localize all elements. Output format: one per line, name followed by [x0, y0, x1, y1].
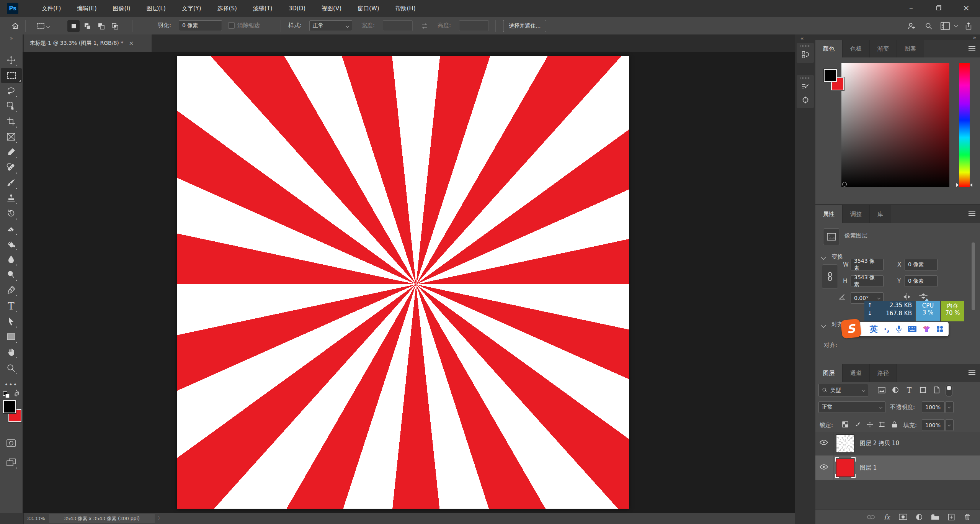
sogou-logo[interactable]: S: [841, 319, 862, 339]
layer-name[interactable]: 图层 1: [860, 464, 877, 472]
ime-language-toggle[interactable]: 英: [870, 324, 878, 334]
hue-marker-left[interactable]: [956, 183, 959, 187]
rail-expand-icon[interactable]: »: [0, 35, 23, 41]
zoom-level[interactable]: 33.33%: [27, 516, 45, 521]
layer-row-layer1-selected[interactable]: 图层 1: [815, 455, 980, 480]
ime-keyboard-icon[interactable]: [908, 326, 916, 332]
export-share-icon[interactable]: [963, 21, 974, 31]
fill-input[interactable]: 100%: [922, 419, 945, 431]
eyedropper-tool[interactable]: [4, 145, 18, 159]
tab-gradients[interactable]: 渐变: [870, 40, 897, 57]
rectangular-marquee-tool[interactable]: [1, 68, 22, 83]
menu-filter[interactable]: 滤镜(T): [245, 0, 281, 17]
lock-artboard-icon[interactable]: [877, 419, 887, 429]
zoom-tool[interactable]: [4, 361, 18, 375]
dock-collapse-left-icon[interactable]: «: [800, 35, 804, 41]
panel-grip[interactable]: [800, 45, 810, 47]
status-chevron-icon[interactable]: 〉: [158, 515, 163, 522]
select-and-mask-button[interactable]: 选择并遮住...: [503, 20, 546, 32]
menu-layer[interactable]: 图层(L): [139, 0, 174, 17]
layer-thumbnail-red[interactable]: [836, 458, 854, 477]
blur-tool[interactable]: [4, 252, 18, 267]
swap-dimensions-icon[interactable]: [419, 21, 430, 31]
workspace-chevron-icon[interactable]: [954, 24, 958, 28]
selection-mode-add[interactable]: [81, 20, 93, 32]
properties-scrollbar[interactable]: [972, 242, 975, 310]
pasteboard[interactable]: [23, 52, 795, 513]
new-layer-icon[interactable]: [943, 510, 959, 524]
filter-type-layers-icon[interactable]: T: [904, 385, 914, 395]
y-value-input[interactable]: 0 像素: [905, 275, 938, 287]
swap-colors-icon[interactable]: [14, 391, 20, 397]
layer-name[interactable]: 图层 2 拷贝 10: [860, 440, 899, 447]
brush-settings-panel-icon[interactable]: [797, 80, 814, 93]
frame-tool[interactable]: [4, 129, 18, 144]
document-tab[interactable]: 未标题-1 @ 33.3% (图层 1, RGB/8) * ×: [24, 34, 152, 52]
search-icon[interactable]: [923, 21, 934, 31]
close-button[interactable]: ×: [952, 0, 980, 15]
align-section-chevron-icon[interactable]: [821, 323, 826, 328]
hue-slider[interactable]: [959, 63, 970, 187]
filter-toggle[interactable]: [946, 385, 952, 397]
tab-libraries[interactable]: 库: [870, 205, 891, 223]
paint-bucket-tool[interactable]: [4, 237, 18, 251]
height-input[interactable]: [459, 20, 489, 31]
saturation-brightness-field[interactable]: [841, 63, 949, 187]
transform-section-chevron-icon[interactable]: [821, 254, 826, 260]
opacity-dropdown-icon[interactable]: [945, 401, 954, 413]
ime-toolbox-icon[interactable]: [936, 326, 943, 332]
layers-empty-area[interactable]: [815, 480, 980, 509]
restore-button[interactable]: [925, 0, 952, 15]
add-layer-mask-icon[interactable]: [895, 510, 911, 524]
menu-help[interactable]: 帮助(H): [387, 0, 424, 17]
ime-punctuation-toggle[interactable]: ·,: [884, 324, 890, 334]
filter-smart-objects-icon[interactable]: [932, 385, 942, 395]
edit-toolbar-ellipsis[interactable]: •••: [4, 377, 18, 392]
selection-mode-subtract[interactable]: [95, 20, 107, 32]
panel-foreground-swatch[interactable]: [824, 69, 837, 82]
path-selection-tool[interactable]: [4, 314, 18, 329]
tab-close-icon[interactable]: ×: [129, 39, 134, 47]
selection-mode-new[interactable]: [67, 20, 80, 32]
new-adjustment-layer-icon[interactable]: [911, 510, 927, 524]
color-field-marker[interactable]: [842, 182, 847, 187]
filter-adjustment-layers-icon[interactable]: [890, 385, 900, 395]
rectangle-tool[interactable]: [4, 329, 18, 344]
crop-tool[interactable]: [4, 114, 18, 129]
move-tool[interactable]: [4, 53, 18, 67]
panel-menu-icon[interactable]: [969, 46, 975, 51]
lock-transparency-icon[interactable]: [841, 419, 850, 429]
constrain-link-icon[interactable]: [822, 264, 838, 289]
menu-type[interactable]: 文字(Y): [174, 0, 209, 17]
minimize-button[interactable]: –: [897, 0, 925, 15]
hand-tool[interactable]: [4, 345, 18, 359]
link-layers-icon[interactable]: [863, 510, 879, 524]
lasso-tool[interactable]: [4, 84, 18, 98]
tab-layers[interactable]: 图层: [815, 364, 843, 382]
layer-style-fx-icon[interactable]: fx: [879, 510, 895, 524]
menu-edit[interactable]: 编辑(E): [69, 0, 105, 17]
lock-pixels-icon[interactable]: [853, 419, 862, 429]
tab-patterns[interactable]: 图案: [897, 40, 924, 57]
filter-shape-layers-icon[interactable]: [918, 385, 928, 395]
clone-stamp-tool[interactable]: [4, 191, 18, 205]
menu-select[interactable]: 选择(S): [209, 0, 245, 17]
menu-image[interactable]: 图像(I): [105, 0, 139, 17]
dodge-tool[interactable]: [4, 267, 18, 282]
filter-pixel-layers-icon[interactable]: [877, 385, 887, 395]
screen-mode-button[interactable]: [4, 455, 18, 470]
default-colors-icon[interactable]: [3, 391, 13, 398]
antialias-checkbox[interactable]: [228, 22, 235, 29]
flip-horizontal-icon[interactable]: [902, 293, 911, 301]
width-input[interactable]: [383, 20, 413, 31]
layer-filter-select[interactable]: 类型: [818, 384, 868, 396]
share-invite-icon[interactable]: [906, 21, 916, 31]
menu-view[interactable]: 视图(V): [314, 0, 350, 17]
tool-preset-marquee-icon[interactable]: [35, 21, 51, 31]
history-brush-tool[interactable]: [4, 206, 18, 221]
tab-channels[interactable]: 通道: [843, 364, 870, 382]
ime-microphone-icon[interactable]: [896, 325, 902, 333]
delete-layer-icon[interactable]: [959, 510, 975, 524]
menu-3d[interactable]: 3D(D): [281, 0, 314, 17]
clone-source-panel-icon[interactable]: [797, 93, 814, 106]
